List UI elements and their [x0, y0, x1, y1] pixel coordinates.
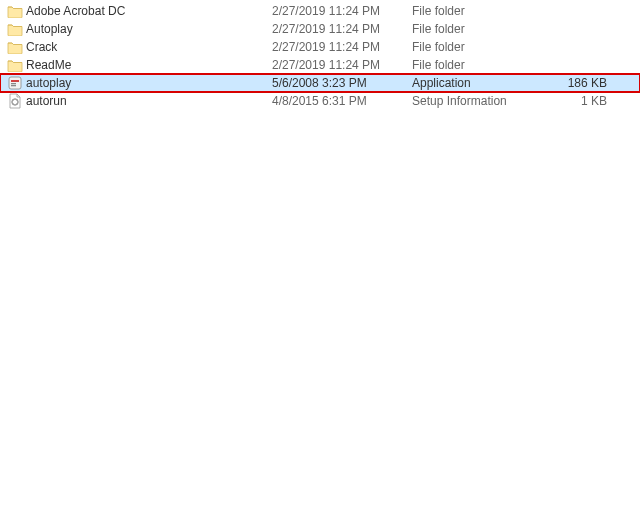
- file-row[interactable]: Crack2/27/2019 11:24 PMFile folder: [0, 38, 640, 56]
- file-name: autorun: [24, 94, 272, 108]
- file-type: File folder: [412, 58, 547, 72]
- file-name: ReadMe: [24, 58, 272, 72]
- file-date: 5/6/2008 3:23 PM: [272, 76, 412, 90]
- file-row[interactable]: Autoplay2/27/2019 11:24 PMFile folder: [0, 20, 640, 38]
- file-date: 2/27/2019 11:24 PM: [272, 40, 412, 54]
- file-name: Crack: [24, 40, 272, 54]
- file-size: 1 KB: [547, 94, 607, 108]
- folder-icon: [6, 58, 24, 72]
- file-type: File folder: [412, 4, 547, 18]
- svg-rect-3: [11, 85, 16, 86]
- svg-rect-2: [11, 83, 16, 84]
- file-date: 2/27/2019 11:24 PM: [272, 4, 412, 18]
- file-date: 4/8/2015 6:31 PM: [272, 94, 412, 108]
- file-size: 186 KB: [547, 76, 607, 90]
- file-date: 2/27/2019 11:24 PM: [272, 58, 412, 72]
- svg-rect-1: [11, 80, 19, 82]
- file-row[interactable]: ReadMe2/27/2019 11:24 PMFile folder: [0, 56, 640, 74]
- file-name: autoplay: [24, 76, 272, 90]
- file-row[interactable]: autoplay5/6/2008 3:23 PMApplication186 K…: [0, 74, 640, 92]
- file-type: Application: [412, 76, 547, 90]
- file-type: File folder: [412, 22, 547, 36]
- file-type: File folder: [412, 40, 547, 54]
- folder-icon: [6, 22, 24, 36]
- file-date: 2/27/2019 11:24 PM: [272, 22, 412, 36]
- file-name: Autoplay: [24, 22, 272, 36]
- file-row[interactable]: Adobe Acrobat DC2/27/2019 11:24 PMFile f…: [0, 2, 640, 20]
- folder-icon: [6, 4, 24, 18]
- file-name: Adobe Acrobat DC: [24, 4, 272, 18]
- file-list: Adobe Acrobat DC2/27/2019 11:24 PMFile f…: [0, 0, 640, 110]
- app-icon: [6, 75, 24, 91]
- file-type: Setup Information: [412, 94, 547, 108]
- folder-icon: [6, 40, 24, 54]
- inf-icon: [6, 93, 24, 109]
- file-row[interactable]: autorun4/8/2015 6:31 PMSetup Information…: [0, 92, 640, 110]
